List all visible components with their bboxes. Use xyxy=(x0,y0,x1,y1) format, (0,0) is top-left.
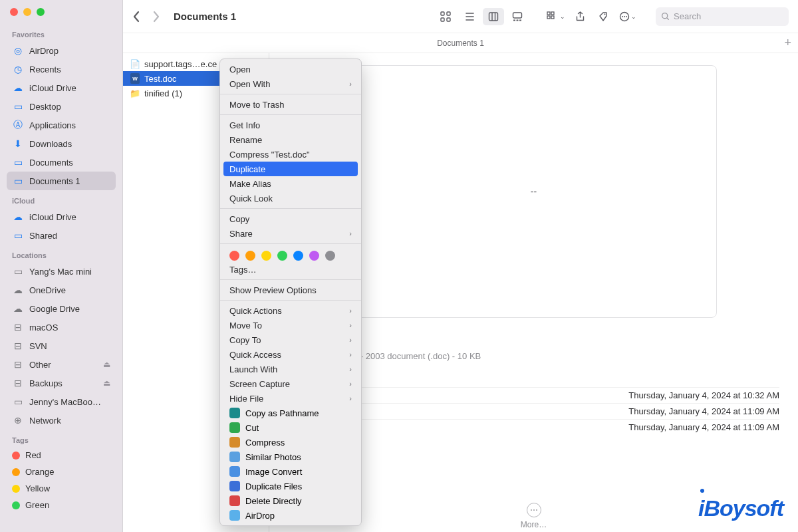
sidebar-tag-orange[interactable]: Orange xyxy=(7,464,116,480)
chevron-right-icon: › xyxy=(349,336,352,344)
sidebar-item-onedrive[interactable]: ☁OneDrive xyxy=(7,281,116,299)
sidebar-item-desktop[interactable]: ▭Desktop xyxy=(7,97,116,116)
svg-point-22 xyxy=(626,16,627,17)
gallery-view-button[interactable] xyxy=(507,8,528,25)
menu-item-copy-as-pathname[interactable]: Copy as Pathname xyxy=(220,406,361,420)
sidebar-item-documents[interactable]: ▭Documents xyxy=(7,153,116,172)
menu-item-similar-photos[interactable]: Similar Photos xyxy=(220,450,361,464)
sidebar-item-other[interactable]: ⊟Other⏏ xyxy=(7,355,116,374)
sidebar-item-network[interactable]: ⊕Network xyxy=(7,411,116,430)
svg-rect-0 xyxy=(441,12,444,15)
menu-item-rename[interactable]: Rename xyxy=(220,132,361,147)
tag-button[interactable] xyxy=(593,8,614,25)
menu-item-make-alias[interactable]: Make Alias xyxy=(220,176,361,191)
sidebar-tag-red[interactable]: Red xyxy=(7,447,116,464)
sidebar-tag-green[interactable]: Green xyxy=(7,497,116,513)
column-view-button[interactable] xyxy=(483,8,504,25)
group-button[interactable]: ⌄ xyxy=(545,8,567,25)
sidebar-icon: ☁ xyxy=(12,82,24,94)
menu-item-duplicate[interactable]: Duplicate xyxy=(223,162,358,176)
menu-app-icon xyxy=(229,408,240,418)
sidebar-item-jenny-s-macboo-[interactable]: ▭Jenny's MacBoo… xyxy=(7,392,116,411)
menu-item-show-preview-options[interactable]: Show Preview Options xyxy=(220,283,361,297)
svg-rect-12 xyxy=(517,19,519,21)
menu-item-compress-test-doc-[interactable]: Compress "Test.doc" xyxy=(220,147,361,162)
chevron-right-icon: › xyxy=(349,350,352,358)
close-button[interactable] xyxy=(10,8,18,16)
sidebar-item-documents-1[interactable]: ▭Documents 1 xyxy=(7,172,116,190)
action-button[interactable]: ⌄ xyxy=(617,8,638,25)
menu-item-hide-file[interactable]: Hide File› xyxy=(220,391,361,406)
sidebar-item-icloud-drive[interactable]: ☁iCloud Drive xyxy=(7,78,116,97)
icon-view-button[interactable] xyxy=(435,8,456,25)
chevron-right-icon: › xyxy=(349,321,352,329)
menu-item-duplicate-files[interactable]: Duplicate Files xyxy=(220,479,361,493)
tag-color-circle[interactable] xyxy=(261,251,271,261)
svg-point-20 xyxy=(622,16,623,17)
tag-color-circle[interactable] xyxy=(277,251,287,261)
sidebar-item-applications[interactable]: ⒶApplications xyxy=(7,116,116,134)
sidebar-item-airdrop[interactable]: ◎AirDrop xyxy=(7,41,116,60)
menu-item-copy[interactable]: Copy xyxy=(220,211,361,226)
sidebar-item-label: iCloud Drive xyxy=(29,83,76,93)
tab-title[interactable]: Documents 1 xyxy=(437,39,484,48)
sidebar-tag-yellow[interactable]: Yellow xyxy=(7,480,116,497)
menu-separator xyxy=(220,243,361,244)
sidebar-item-svn[interactable]: ⊟SVN xyxy=(7,336,116,355)
sidebar-item-shared[interactable]: ▭Shared xyxy=(7,226,116,245)
menu-item-move-to[interactable]: Move To› xyxy=(220,318,361,332)
minimize-button[interactable] xyxy=(23,8,31,16)
file-icon: W xyxy=(130,73,140,84)
menu-item-copy-to[interactable]: Copy To› xyxy=(220,332,361,347)
sidebar-item-backups[interactable]: ⊟Backups⏏ xyxy=(7,374,116,392)
view-switcher xyxy=(435,8,528,25)
menu-item-screen-capture[interactable]: Screen Capture› xyxy=(220,376,361,391)
svg-rect-16 xyxy=(547,16,550,19)
sidebar-icon: ⊟ xyxy=(12,340,24,352)
sidebar-item-recents[interactable]: ◷Recents xyxy=(7,60,116,78)
menu-item-quick-look[interactable]: Quick Look xyxy=(220,191,361,205)
tag-color-circle[interactable] xyxy=(293,251,303,261)
menu-item-cut[interactable]: Cut xyxy=(220,420,361,435)
sidebar-item-label: AirDrop xyxy=(29,46,59,56)
eject-icon[interactable]: ⏏ xyxy=(103,378,110,388)
sidebar-item-macos[interactable]: ⊟macOS xyxy=(7,318,116,336)
new-tab-button[interactable]: + xyxy=(784,36,791,50)
list-view-button[interactable] xyxy=(459,8,480,25)
sidebar: Favorites ◎AirDrop◷Recents☁iCloud Drive▭… xyxy=(0,0,123,532)
menu-item-compress[interactable]: Compress xyxy=(220,435,361,450)
sidebar-item-downloads[interactable]: ⬇Downloads xyxy=(7,134,116,153)
info-value: Thursday, January 4, 2024 at 10:32 AM xyxy=(628,390,779,400)
menu-item-get-info[interactable]: Get Info xyxy=(220,118,361,132)
toolbar: Documents 1 ⌄ ⌄ Search xyxy=(123,0,798,33)
tag-color-circle[interactable] xyxy=(229,251,239,261)
menu-item-quick-access[interactable]: Quick Access› xyxy=(220,347,361,362)
menu-item-airdrop[interactable]: AirDrop xyxy=(220,508,361,523)
back-button[interactable] xyxy=(132,11,140,23)
share-button[interactable] xyxy=(569,8,591,25)
menu-item-share[interactable]: Share› xyxy=(220,226,361,241)
sidebar-item-label: Other xyxy=(29,360,51,370)
tag-color-circle[interactable] xyxy=(245,251,255,261)
sidebar-item-google-drive[interactable]: ☁Google Drive xyxy=(7,299,116,318)
menu-item-delete-directly[interactable]: Delete Directly xyxy=(220,493,361,508)
menu-separator xyxy=(220,300,361,301)
preview-thumbnail: -- xyxy=(351,65,717,318)
svg-rect-3 xyxy=(447,18,450,21)
sidebar-item-icloud-drive[interactable]: ☁iCloud Drive xyxy=(7,207,116,226)
menu-item-quick-actions[interactable]: Quick Actions› xyxy=(220,303,361,318)
sidebar-item-yang-s-mac-mini[interactable]: ▭Yang's Mac mini xyxy=(7,262,116,281)
menu-app-icon xyxy=(229,466,240,477)
tag-color-circle[interactable] xyxy=(325,251,335,261)
search-field[interactable]: Search xyxy=(656,7,789,26)
maximize-button[interactable] xyxy=(37,8,45,16)
menu-item-move-to-trash[interactable]: Move to Trash xyxy=(220,97,361,112)
menu-item-open-with[interactable]: Open With› xyxy=(220,76,361,91)
forward-button[interactable] xyxy=(152,11,160,23)
menu-item-image-convert[interactable]: Image Convert xyxy=(220,464,361,479)
eject-icon[interactable]: ⏏ xyxy=(103,360,110,369)
tag-color-circle[interactable] xyxy=(309,251,319,261)
menu-item-launch-with[interactable]: Launch With› xyxy=(220,362,361,376)
menu-item-tags-[interactable]: Tags… xyxy=(220,262,361,277)
menu-item-open[interactable]: Open xyxy=(220,62,361,76)
